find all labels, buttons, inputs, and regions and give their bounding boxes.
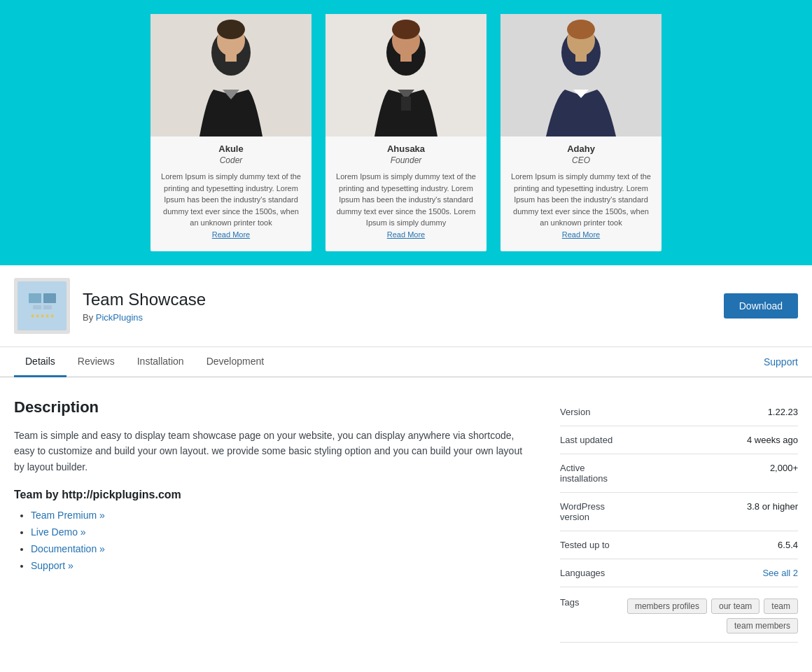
main-content: Description Team is simple and easy to d…: [0, 377, 812, 664]
tag-team-members[interactable]: team members: [727, 618, 798, 634]
team-card-photo-1: [150, 14, 312, 136]
list-item: Live Demo »: [31, 526, 532, 538]
link-documentation[interactable]: Documentation »: [31, 543, 105, 554]
tab-installation[interactable]: Installation: [126, 347, 195, 377]
svg-rect-9: [400, 53, 412, 62]
meta-table: Version 1.22.23 Last updated 4 weeks ago…: [560, 398, 798, 643]
list-item: Documentation »: [31, 543, 532, 554]
support-link[interactable]: Support: [764, 356, 798, 368]
team-url-heading: Team by http://pickplugins.com: [14, 489, 532, 501]
tag-team[interactable]: team: [764, 598, 798, 614]
plugin-title-wrap: Team Showcase By PickPlugins: [83, 290, 710, 323]
team-card-name-2: Ahusaka: [326, 144, 486, 154]
svg-rect-4: [225, 53, 237, 62]
team-card-role-2: Founder: [326, 155, 486, 165]
tab-reviews[interactable]: Reviews: [66, 347, 126, 377]
meta-row-last-updated: Last updated 4 weeks ago: [560, 426, 798, 454]
team-card-readmore-2[interactable]: Read More: [387, 230, 425, 239]
hero-banner: Akule Coder Lorem Ipsum is simply dummy …: [0, 0, 812, 265]
plugin-title: Team Showcase: [83, 290, 710, 309]
tag-our-team[interactable]: our team: [711, 598, 760, 614]
links-list: Team Premium » Live Demo » Documentation…: [14, 510, 532, 571]
list-item: Team Premium »: [31, 510, 532, 521]
team-card-readmore-3[interactable]: Read More: [562, 230, 600, 239]
description-heading: Description: [14, 398, 532, 416]
team-card-photo-3: [500, 14, 662, 136]
svg-rect-10: [401, 97, 411, 111]
link-live-demo[interactable]: Live Demo »: [31, 526, 86, 538]
meta-row-languages: Languages See all 2: [560, 559, 798, 587]
plugin-author: By PickPlugins: [83, 312, 710, 323]
plugin-thumbnail: ★★★★★: [14, 278, 70, 334]
team-card-name-1: Akule: [150, 144, 312, 154]
tabs-bar: Details Reviews Installation Development…: [0, 347, 812, 377]
team-card-readmore-1[interactable]: Read More: [212, 230, 250, 239]
plugin-header: ★★★★★ Team Showcase By PickPlugins Downl…: [0, 265, 812, 347]
svg-rect-15: [575, 53, 587, 62]
svg-point-3: [217, 20, 245, 39]
team-card-3: Adahy CEO Lorem Ipsum is simply dummy te…: [500, 14, 662, 251]
meta-row-wordpress-version: WordPress version 3.8 or higher: [560, 493, 798, 531]
team-card-role-1: Coder: [150, 155, 312, 165]
team-card-2: Ahusaka Founder Lorem Ipsum is simply du…: [326, 14, 486, 251]
link-team-premium[interactable]: Team Premium »: [31, 510, 105, 521]
svg-point-8: [392, 20, 420, 39]
tab-development[interactable]: Development: [195, 347, 276, 377]
svg-point-14: [567, 20, 595, 39]
team-card-1: Akule Coder Lorem Ipsum is simply dummy …: [150, 14, 312, 251]
meta-row-active-installations: Active installations 2,000+: [560, 454, 798, 493]
tag-members-profiles[interactable]: members profiles: [627, 598, 707, 614]
content-right: Version 1.22.23 Last updated 4 weeks ago…: [560, 398, 798, 643]
link-support[interactable]: Support »: [31, 560, 74, 571]
languages-link[interactable]: See all 2: [762, 568, 798, 578]
content-left: Description Team is simple and easy to d…: [14, 398, 532, 643]
team-card-photo-2: [326, 14, 486, 136]
list-item: Support »: [31, 560, 532, 571]
meta-row-tags: Tags members profiles our team team team…: [560, 587, 798, 643]
tags-container: members profiles our team team team memb…: [626, 598, 798, 634]
meta-row-tested-up-to: Tested up to 6.5.4: [560, 531, 798, 559]
team-card-desc-3: Lorem Ipsum is simply dummy text of the …: [500, 171, 662, 240]
meta-row-version: Version 1.22.23: [560, 398, 798, 426]
team-card-desc-1: Lorem Ipsum is simply dummy text of the …: [150, 171, 312, 240]
team-card-desc-2: Lorem Ipsum is simply dummy text of the …: [326, 171, 486, 240]
description-body: Team is simple and easy to display team …: [14, 428, 532, 475]
team-card-role-3: CEO: [500, 155, 662, 165]
plugin-author-link[interactable]: PickPlugins: [96, 312, 143, 323]
download-button[interactable]: Download: [724, 293, 798, 318]
tab-details[interactable]: Details: [14, 347, 66, 377]
team-card-name-3: Adahy: [500, 144, 662, 154]
